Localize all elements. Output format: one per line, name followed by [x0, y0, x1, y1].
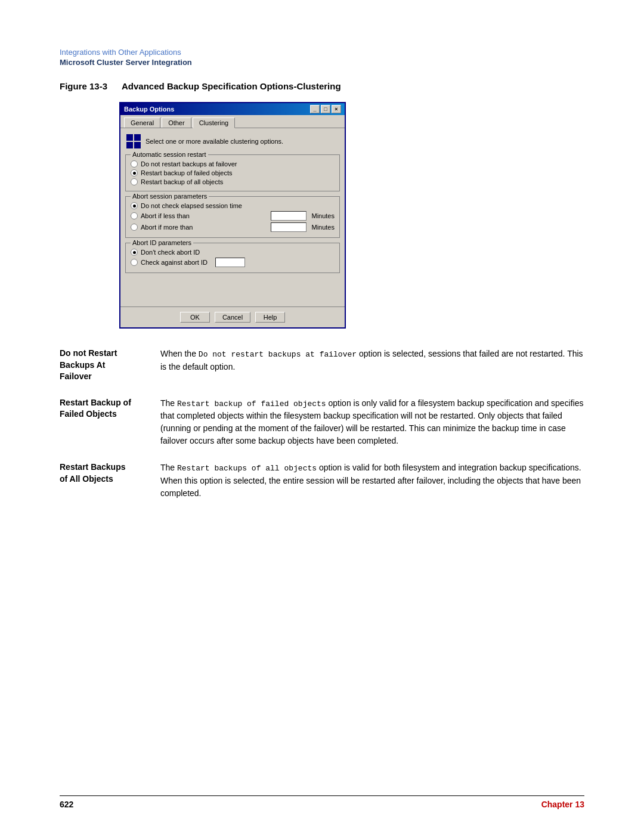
figure-header: Figure 13-3 Advanced Backup Specificatio… [60, 81, 584, 91]
radio-restart-all[interactable]: Restart backup of all objects [131, 178, 335, 185]
radio-dot [133, 251, 136, 254]
abort-less-input[interactable] [271, 211, 306, 221]
radio-abort-less[interactable]: Abort if less than Minutes [131, 211, 335, 221]
tab-general[interactable]: General [124, 117, 160, 128]
code-restart-all: Restart backups of all objects [177, 464, 317, 473]
figure-title: Advanced Backup Specification Options-Cl… [122, 81, 341, 91]
radio-check-abort[interactable]: Check against abort ID [131, 258, 335, 267]
dialog-screenshot: Backup Options _ □ × General Other Clust… [119, 102, 584, 329]
close-button[interactable]: × [332, 105, 341, 113]
radio-no-check-elapsed-input[interactable] [131, 202, 138, 209]
dialog-content: Select one or more available clustering … [120, 128, 345, 306]
cluster-icon-cell [126, 142, 133, 148]
section-do-not-restart: Do not Restart Backups At Failover When … [60, 348, 584, 383]
radio-restart-failed-input[interactable] [131, 169, 138, 176]
abort-less-minutes: Minutes [311, 212, 335, 219]
chapter-label: Chapter 13 [541, 800, 584, 809]
abort-more-minutes: Minutes [311, 224, 335, 231]
abort-id-input[interactable] [215, 258, 245, 267]
icon-row: Select one or more available clustering … [125, 133, 340, 150]
ok-button[interactable]: OK [180, 312, 210, 323]
radio-abort-more-input[interactable] [131, 224, 138, 231]
code-no-restart: Do not restart backups at failover [199, 350, 357, 359]
radio-dot [133, 205, 136, 208]
radio-dont-check-abort-input[interactable] [131, 249, 138, 256]
radio-restart-failed-label: Restart backup of failed objects [141, 169, 232, 176]
radio-no-check-elapsed[interactable]: Do not check elapsed session time [131, 202, 335, 209]
figure-label: Figure 13-3 [60, 81, 107, 91]
radio-restart-all-input[interactable] [131, 178, 138, 185]
radio-check-abort-input[interactable] [131, 259, 138, 266]
radio-check-abort-label: Check against abort ID [141, 259, 208, 266]
abort-id-group: Abort ID parameters Don't check abort ID… [125, 243, 340, 273]
dialog-title: Backup Options [124, 106, 174, 113]
page-container: Integrations with Other Applications Mic… [0, 0, 644, 833]
section-restart-failed: Restart Backup of Failed Objects The Res… [60, 397, 584, 448]
tab-clustering[interactable]: Clustering [193, 117, 236, 128]
breadcrumb-current: Microsoft Cluster Server Integration [60, 58, 584, 67]
radio-no-restart-input[interactable] [131, 160, 138, 168]
page-number: 622 [60, 800, 73, 809]
radio-dot [133, 172, 136, 175]
dialog-tabs: General Other Clustering [120, 115, 345, 128]
abort-more-input[interactable] [271, 222, 306, 232]
cancel-button[interactable]: Cancel [215, 312, 250, 323]
section-body-do-not-restart: When the Do not restart backups at failo… [160, 348, 584, 373]
maximize-button[interactable]: □ [321, 105, 330, 113]
radio-restart-all-label: Restart backup of all objects [141, 178, 223, 185]
radio-no-check-elapsed-label: Do not check elapsed session time [141, 202, 242, 209]
radio-dont-check-abort[interactable]: Don't check abort ID [131, 249, 335, 256]
tab-other[interactable]: Other [162, 117, 191, 128]
radio-abort-less-label: Abort if less than [141, 212, 190, 219]
radio-restart-failed[interactable]: Restart backup of failed objects [131, 169, 335, 176]
section-restart-all: Restart Backups of All Objects The Resta… [60, 462, 584, 500]
help-button[interactable]: Help [255, 312, 285, 323]
radio-abort-less-input[interactable] [131, 212, 138, 219]
titlebar-buttons: _ □ × [310, 105, 341, 113]
section-body-restart-failed: The Restart backup of failed objects opt… [160, 397, 584, 448]
radio-abort-more[interactable]: Abort if more than Minutes [131, 222, 335, 232]
section-label-restart-all: Restart Backups of All Objects [60, 462, 146, 485]
breadcrumb: Integrations with Other Applications Mic… [60, 48, 584, 67]
radio-no-restart-label: Do not restart backups at failover [141, 160, 237, 168]
icon-description: Select one or more available clustering … [145, 138, 283, 145]
abort-session-group: Abort session parameters Do not check el… [125, 196, 340, 238]
cluster-icon [126, 134, 141, 148]
radio-no-restart[interactable]: Do not restart backups at failover [131, 160, 335, 168]
cluster-icon-cell [134, 134, 141, 141]
dialog-box: Backup Options _ □ × General Other Clust… [119, 102, 346, 329]
radio-abort-more-label: Abort if more than [141, 224, 193, 231]
breadcrumb-parent[interactable]: Integrations with Other Applications [60, 48, 584, 57]
minimize-button[interactable]: _ [310, 105, 320, 113]
section-label-do-not-restart: Do not Restart Backups At Failover [60, 348, 146, 383]
dialog-titlebar: Backup Options _ □ × [120, 103, 345, 115]
cluster-icon-cell [134, 142, 141, 148]
text-sections: Do not Restart Backups At Failover When … [60, 348, 584, 500]
abort-id-legend: Abort ID parameters [131, 239, 193, 246]
dialog-buttons: OK Cancel Help [120, 306, 345, 327]
abort-session-legend: Abort session parameters [131, 193, 209, 200]
radio-dont-check-abort-label: Don't check abort ID [141, 249, 200, 256]
code-restart-failed: Restart backup of failed objects [177, 400, 326, 408]
spacer [125, 278, 340, 302]
cluster-icon-cell [126, 134, 133, 141]
page-footer: 622 Chapter 13 [60, 795, 584, 809]
auto-restart-group: Automatic session restart Do not restart… [125, 154, 340, 191]
section-body-restart-all: The Restart backups of all objects optio… [160, 462, 584, 500]
auto-restart-legend: Automatic session restart [131, 151, 208, 158]
section-label-restart-failed: Restart Backup of Failed Objects [60, 397, 146, 420]
